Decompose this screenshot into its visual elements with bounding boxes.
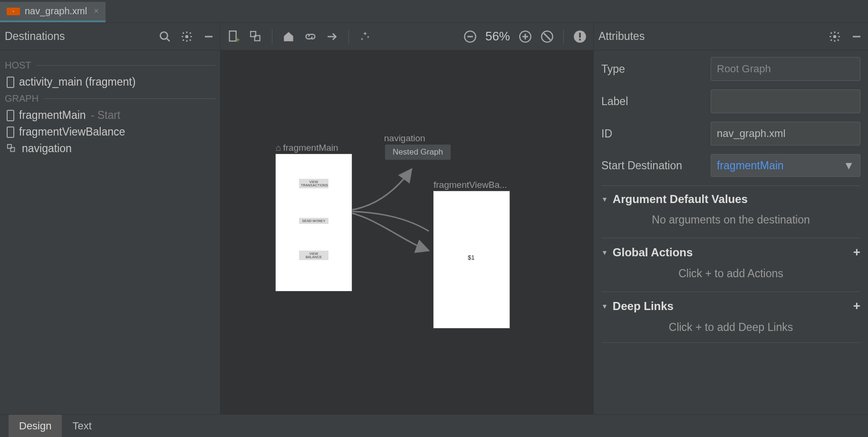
phone-icon: [7, 77, 14, 88]
graph-item-fragment-view-balance[interactable]: fragmentViewBalance: [5, 124, 215, 140]
graph-item-label: fragmentViewBalance: [19, 126, 125, 138]
type-input: [711, 57, 860, 81]
bottom-tab-bar: Design Text: [0, 414, 868, 437]
svg-point-21: [833, 35, 837, 38]
disclosure-triangle-icon: ▼: [601, 249, 608, 256]
warning-icon[interactable]: [573, 30, 587, 43]
graph-section-label: GRAPH: [5, 93, 215, 104]
svg-point-2: [185, 35, 189, 38]
svg-rect-20: [579, 39, 581, 40]
xml-file-icon: ◦: [7, 8, 20, 15]
attributes-panel: Attributes Type Label ID: [594, 23, 868, 414]
attributes-header: Attributes: [594, 23, 868, 50]
disclosure-triangle-icon: ▼: [601, 195, 608, 203]
argument-defaults-header[interactable]: ▼ Argument Default Values: [601, 185, 860, 210]
screen-btn: VIEW BALANCE: [299, 251, 328, 260]
graph-item-label: navigation: [22, 142, 72, 155]
editor-tab-bar: ◦ nav_graph.xml ×: [0, 0, 868, 23]
host-item[interactable]: activity_main (fragment): [5, 74, 215, 90]
type-label: Type: [601, 63, 711, 76]
destinations-title: Destinations: [5, 30, 65, 43]
deep-links-text: Click + to add Deep Links: [601, 317, 860, 343]
host-item-label: activity_main (fragment): [19, 76, 135, 88]
global-actions-header[interactable]: ▼ Global Actions +: [601, 238, 860, 263]
global-actions-text: Click + to add Actions: [601, 263, 860, 289]
start-destination-label: Start Destination: [601, 159, 711, 172]
screen-btn: SEND MONEY: [299, 218, 328, 224]
deep-links-header[interactable]: ▼ Deep Links +: [601, 291, 860, 317]
graph-item-fragment-main[interactable]: fragmentMain - Start: [5, 107, 215, 124]
gear-icon[interactable]: [828, 30, 841, 43]
label-input[interactable]: [711, 89, 860, 113]
canvas-surface[interactable]: ⌂fragmentMain VIEW TRANSACTIONS SEND MON…: [221, 50, 593, 414]
id-input[interactable]: [711, 122, 860, 146]
canvas-toolbar: + 56%: [221, 23, 593, 50]
fragment-view-balance-label: fragmentViewBa...: [434, 180, 507, 190]
destinations-panel: Destinations HOST activity_main (fragmen…: [0, 23, 221, 414]
gear-icon[interactable]: [180, 30, 193, 43]
svg-line-1: [166, 38, 170, 41]
disclosure-triangle-icon: ▼: [601, 302, 608, 310]
graph-item-label: fragmentMain: [19, 109, 86, 122]
start-destination-value: fragmentMain: [717, 159, 784, 172]
nested-graph-badge[interactable]: Nested Graph: [385, 145, 451, 160]
fragment-view-balance-screen[interactable]: $1: [434, 191, 510, 328]
host-section-label: HOST: [5, 60, 215, 71]
chevron-down-icon: ▼: [843, 159, 854, 172]
tab-design[interactable]: Design: [9, 415, 62, 437]
minimize-icon[interactable]: [850, 30, 863, 43]
zoom-out-icon[interactable]: [463, 30, 477, 43]
fragment-main-label: ⌂fragmentMain: [276, 143, 338, 153]
link-icon[interactable]: [304, 30, 317, 43]
fragment-main-screen[interactable]: VIEW TRANSACTIONS SEND MONEY VIEW BALANC…: [276, 154, 352, 291]
svg-point-0: [160, 32, 167, 39]
close-icon[interactable]: ×: [94, 6, 99, 16]
screen-btn: VIEW TRANSACTIONS: [299, 179, 328, 188]
zoom-reset-icon[interactable]: [540, 30, 554, 43]
file-tab-label: nav_graph.xml: [25, 6, 87, 17]
canvas-panel: + 56%: [221, 23, 594, 414]
argument-defaults-text: No arguments on the destination: [601, 210, 860, 235]
search-icon[interactable]: [158, 30, 172, 43]
tab-text[interactable]: Text: [62, 415, 102, 437]
graph-item-suffix: - Start: [91, 109, 121, 122]
destinations-header: Destinations: [0, 23, 220, 50]
add-action-icon[interactable]: +: [853, 245, 860, 260]
label-label: Label: [601, 95, 711, 108]
start-destination-select[interactable]: fragmentMain ▼: [711, 154, 860, 177]
attributes-title: Attributes: [598, 30, 645, 43]
svg-text:+: +: [236, 35, 241, 43]
nested-graph-icon: [7, 144, 17, 154]
navigation-label: navigation: [384, 133, 425, 144]
id-label: ID: [601, 127, 711, 140]
file-tab-nav-graph[interactable]: ◦ nav_graph.xml ×: [0, 2, 106, 22]
home-icon: ⌂: [276, 143, 281, 153]
phone-icon: [7, 110, 14, 121]
add-destination-icon[interactable]: +: [227, 30, 241, 43]
svg-rect-19: [579, 32, 581, 38]
nested-graph-icon[interactable]: [249, 30, 262, 43]
magic-wand-icon[interactable]: [358, 30, 372, 43]
zoom-level: 56%: [485, 29, 510, 44]
phone-icon: [7, 126, 14, 138]
minimize-icon[interactable]: [202, 30, 215, 43]
add-deeplink-icon[interactable]: +: [853, 299, 860, 313]
home-icon[interactable]: [282, 30, 295, 43]
graph-item-navigation[interactable]: navigation: [5, 140, 215, 157]
arrow-right-icon[interactable]: [326, 30, 339, 43]
balance-text: $1: [468, 254, 474, 261]
svg-line-17: [544, 33, 550, 40]
zoom-in-icon[interactable]: [519, 30, 532, 43]
